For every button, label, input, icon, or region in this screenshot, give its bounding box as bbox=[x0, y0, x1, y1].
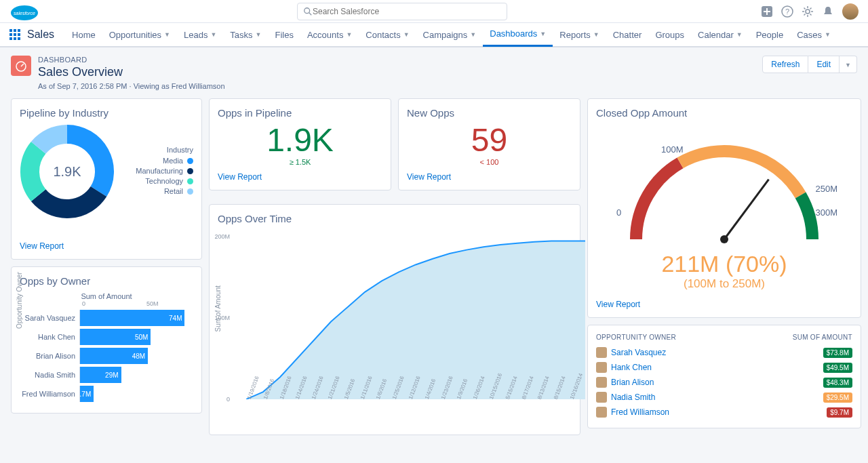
user-avatar[interactable] bbox=[842, 3, 859, 20]
app-launcher-icon[interactable] bbox=[9, 29, 20, 40]
page-actions: Refresh Edit ▼ bbox=[762, 56, 857, 73]
avatar bbox=[596, 362, 607, 373]
metric-value: 59 bbox=[407, 124, 572, 157]
bar-row: Nadia Smith29M bbox=[20, 367, 193, 383]
nav-item-cases[interactable]: Cases▼ bbox=[790, 22, 837, 47]
chevron-down-icon: ▼ bbox=[346, 31, 352, 38]
owner-link[interactable]: Hank Chen bbox=[611, 363, 652, 372]
gauge-range: (100M to 250M) bbox=[596, 277, 852, 291]
nav-item-groups[interactable]: Groups bbox=[648, 22, 691, 47]
notifications-bell-icon[interactable] bbox=[822, 5, 834, 18]
card-opps-by-owner: Opps by Owner Sum of Amount 050M Opportu… bbox=[11, 266, 202, 414]
nav-item-chatter[interactable]: Chatter bbox=[606, 22, 649, 47]
app-name: Sales bbox=[27, 28, 54, 41]
col-middle: Opps in Pipeline 1.9K ≥ 1.5K View Report… bbox=[209, 98, 580, 435]
nav-item-tasks[interactable]: Tasks▼ bbox=[223, 22, 268, 47]
avatar bbox=[596, 347, 607, 358]
page-title-block: DASHBOARD Sales Overview As of Sep 7, 20… bbox=[38, 56, 225, 90]
gauge-chart: 0 100M 250M 300M 211M (70%) (100M to 250… bbox=[596, 124, 852, 291]
refresh-button[interactable]: Refresh bbox=[762, 56, 808, 73]
help-icon[interactable]: ? bbox=[781, 5, 793, 18]
legend-title: Industry bbox=[136, 146, 193, 154]
legend-item: Retail bbox=[136, 187, 193, 195]
setup-gear-icon[interactable] bbox=[802, 5, 814, 18]
global-search[interactable] bbox=[297, 3, 507, 20]
view-report-link[interactable]: View Report bbox=[20, 241, 64, 251]
chevron-down-icon: ▼ bbox=[403, 31, 410, 38]
nav-item-leads[interactable]: Leads▼ bbox=[177, 22, 223, 47]
bar-label: Fred Williamson bbox=[20, 390, 79, 398]
search-icon bbox=[303, 7, 313, 16]
owner-link[interactable]: Sarah Vasquez bbox=[611, 348, 666, 357]
dashboard-object-icon bbox=[11, 56, 31, 76]
gauge-tick: 0 bbox=[616, 207, 621, 218]
bars-axis-title: Sum of Amount bbox=[20, 292, 193, 300]
navbar: Sales HomeOpportunities▼Leads▼Tasks▼File… bbox=[0, 23, 868, 47]
area-chart: Sum of Amount 200M100M0 1/19/20161/8/201… bbox=[218, 230, 572, 426]
bar-row: Brian Alison48M bbox=[20, 348, 193, 364]
view-report-link[interactable]: View Report bbox=[596, 300, 640, 309]
chevron-down-icon: ▼ bbox=[470, 31, 476, 38]
gauge-value: 211M (70%) bbox=[596, 251, 852, 277]
legend-item: Media bbox=[136, 157, 193, 165]
svg-text:?: ? bbox=[785, 7, 789, 16]
svg-line-3 bbox=[309, 12, 312, 15]
bar-tick: 50M bbox=[146, 300, 159, 307]
salesforce-logo: salesforce bbox=[9, 2, 39, 21]
owner-link[interactable]: Fred Williamson bbox=[611, 407, 669, 417]
nav-item-dashboards[interactable]: Dashboards▼ bbox=[483, 22, 553, 47]
view-report-link[interactable]: View Report bbox=[218, 172, 262, 182]
avatar bbox=[596, 377, 607, 388]
topbar: salesforce ? bbox=[0, 0, 868, 23]
nav-item-accounts[interactable]: Accounts▼ bbox=[300, 22, 359, 47]
edit-button[interactable]: Edit bbox=[808, 56, 840, 73]
legend-item: Technology bbox=[136, 177, 193, 185]
chevron-down-icon: ▼ bbox=[593, 31, 599, 38]
page-meta: As of Sep 7, 2016 2:58 PM · Viewing as F… bbox=[38, 82, 225, 90]
donut-legend: Industry MediaManufacturingTechnologyRet… bbox=[136, 146, 193, 197]
svg-point-2 bbox=[304, 7, 310, 13]
table-header: SUM OF AMOUNT bbox=[793, 334, 852, 341]
bar-label: Brian Alison bbox=[20, 352, 79, 360]
bar-tick: 0 bbox=[82, 300, 85, 307]
dashboard-grid: Pipeline by Industry 1.9K Industry Media… bbox=[0, 98, 868, 435]
nav-item-calendar[interactable]: Calendar▼ bbox=[691, 22, 749, 47]
chevron-down-icon: ▼ bbox=[164, 31, 170, 38]
edit-dropdown-button[interactable]: ▼ bbox=[840, 56, 857, 73]
table-row: Brian Alison$48.3M bbox=[596, 375, 852, 390]
area-y-tick: 100M bbox=[214, 315, 230, 321]
card-title: Opps in Pipeline bbox=[218, 107, 382, 119]
owner-link[interactable]: Nadia Smith bbox=[611, 392, 655, 402]
nav-item-home[interactable]: Home bbox=[65, 22, 102, 47]
nav-item-opportunities[interactable]: Opportunities▼ bbox=[102, 22, 177, 47]
bar-label: Nadia Smith bbox=[20, 371, 79, 379]
chevron-down-icon: ▼ bbox=[256, 31, 262, 38]
view-report-link[interactable]: View Report bbox=[407, 172, 451, 182]
bars-y-label: Opportunity Owner bbox=[16, 272, 23, 329]
card-pipeline-by-industry: Pipeline by Industry 1.9K Industry Media… bbox=[11, 98, 202, 260]
owner-link[interactable]: Brian Alison bbox=[611, 378, 654, 387]
table-row: Nadia Smith$29.5M bbox=[596, 390, 852, 405]
search-input[interactable] bbox=[313, 7, 501, 16]
table-row: Fred Williamson$9.7M bbox=[596, 405, 852, 420]
table-header: OPPORTUNITY OWNER bbox=[596, 334, 676, 341]
amount-badge: $9.7M bbox=[827, 407, 852, 418]
card-owner-table: OPPORTUNITY OWNER SUM OF AMOUNT Sarah Va… bbox=[587, 325, 861, 428]
add-icon[interactable] bbox=[761, 5, 773, 18]
nav-item-files[interactable]: Files bbox=[268, 22, 300, 47]
svg-line-10 bbox=[724, 180, 769, 239]
card-opps-in-pipeline: Opps in Pipeline 1.9K ≥ 1.5K View Report bbox=[209, 98, 391, 190]
area-y-label: Sum of Amount bbox=[214, 285, 222, 331]
legend-item: Manufacturing bbox=[136, 167, 193, 175]
area-y-tick: 200M bbox=[214, 233, 230, 240]
chevron-down-icon: ▼ bbox=[210, 31, 216, 38]
card-title: Pipeline by Industry bbox=[20, 107, 193, 119]
chevron-down-icon: ▼ bbox=[540, 31, 546, 37]
nav-item-campaigns[interactable]: Campaigns▼ bbox=[416, 22, 484, 47]
avatar bbox=[596, 407, 607, 418]
page-eyebrow: DASHBOARD bbox=[38, 56, 225, 64]
nav-item-contacts[interactable]: Contacts▼ bbox=[359, 22, 416, 47]
nav-item-people[interactable]: People bbox=[749, 22, 790, 47]
chevron-down-icon: ▼ bbox=[825, 31, 831, 38]
nav-item-reports[interactable]: Reports▼ bbox=[553, 22, 606, 47]
